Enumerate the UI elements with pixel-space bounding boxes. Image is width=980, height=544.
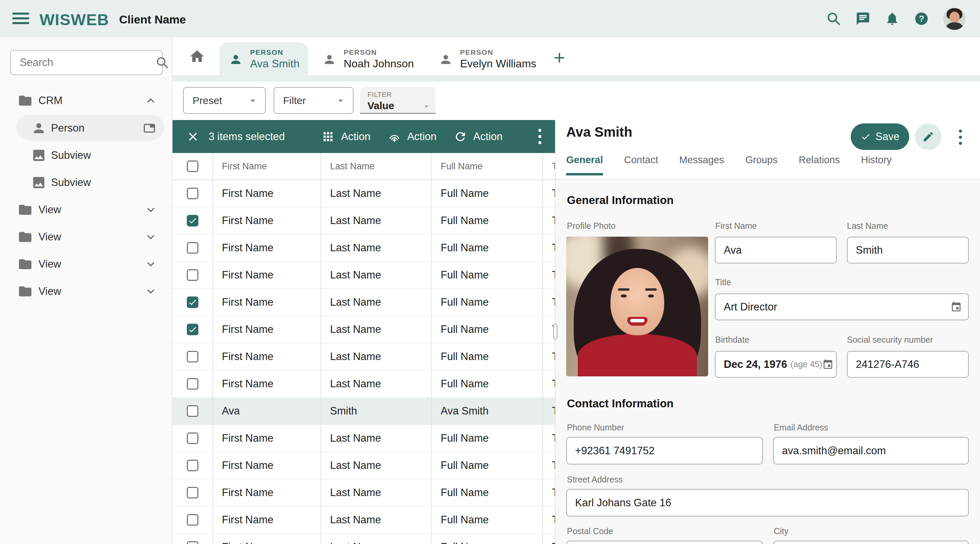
home-icon[interactable] (189, 48, 205, 65)
row-checkbox[interactable] (187, 514, 198, 526)
postal-code-field[interactable] (566, 541, 763, 544)
chat-icon[interactable] (856, 11, 870, 26)
table-cell[interactable]: T (543, 479, 555, 506)
table-cell[interactable]: First Name (213, 507, 321, 533)
search-icon[interactable] (826, 11, 841, 26)
table-cell[interactable]: First Name (213, 479, 321, 506)
table-row[interactable]: First NameLast NameFull NameT (172, 343, 555, 371)
more-options-icon[interactable] (537, 129, 542, 144)
table-cell[interactable]: Full Name (432, 371, 543, 397)
table-row[interactable]: First NameLast NameFull NameT (172, 371, 555, 398)
table-row[interactable]: First NameLast NameFull NameT (172, 507, 555, 534)
sidebar-item-view-4[interactable]: View (0, 278, 172, 305)
sidebar-item-subview-2[interactable]: Subview (0, 169, 172, 196)
table-cell[interactable]: T (543, 208, 555, 234)
user-avatar[interactable] (943, 8, 966, 30)
row-checkbox[interactable] (187, 297, 198, 308)
table-cell[interactable]: T (543, 235, 555, 261)
tab-relations[interactable]: Relations (799, 154, 840, 175)
table-cell[interactable]: Last Name (321, 262, 432, 288)
table-cell[interactable]: First Name (213, 180, 321, 207)
column-header-full-name[interactable]: Full Name (432, 153, 543, 179)
row-checkbox[interactable] (187, 487, 198, 498)
calendar-icon[interactable] (822, 359, 834, 370)
table-row[interactable]: First NameLast NameFull NameT (172, 425, 555, 452)
table-cell[interactable]: T (543, 452, 555, 479)
row-checkbox[interactable] (187, 242, 198, 254)
table-cell[interactable]: Last Name (321, 507, 432, 533)
panel-more-options-icon[interactable] (959, 130, 962, 145)
table-cell[interactable]: Full Name (432, 425, 543, 452)
table-cell[interactable]: First Name (213, 235, 321, 261)
sidebar-item-person[interactable]: Person (0, 114, 172, 142)
notifications-icon[interactable] (885, 11, 900, 26)
table-cell[interactable]: Last Name (321, 371, 432, 397)
table-cell[interactable]: First Name (213, 534, 321, 544)
table-cell[interactable]: Full Name (432, 180, 543, 207)
chevron-down-icon[interactable] (143, 257, 158, 271)
table-cell[interactable]: T (543, 425, 555, 452)
menu-icon[interactable] (12, 13, 29, 25)
row-checkbox[interactable] (187, 541, 198, 544)
chevron-down-icon[interactable] (143, 203, 158, 217)
table-cell[interactable]: Last Name (321, 452, 432, 479)
sidebar-item-subview-1[interactable]: Subview (0, 142, 172, 169)
row-checkbox[interactable] (187, 269, 198, 281)
table-row[interactable]: First NameLast NameFull NameT (172, 479, 555, 507)
open-view-icon[interactable] (142, 121, 156, 135)
table-cell[interactable]: Last Name (321, 180, 432, 207)
table-row[interactable]: First NameLast NameFull NameT (172, 316, 555, 343)
table-cell[interactable]: Smith (321, 398, 432, 424)
table-cell[interactable]: First Name (213, 452, 321, 479)
street-field[interactable]: Karl Johans Gate 16 (566, 489, 969, 517)
table-cell[interactable]: Ava (213, 398, 321, 424)
tab-noah-johnson[interactable]: PERSON Noah Johnson (313, 43, 418, 75)
row-checkbox[interactable] (187, 351, 198, 362)
email-field[interactable]: ava.smith@email.com (773, 437, 969, 465)
filter-select[interactable]: Filter (274, 87, 353, 114)
table-scrollbar-thumb[interactable] (553, 324, 557, 339)
select-all-checkbox[interactable] (187, 160, 198, 172)
row-checkbox[interactable] (187, 460, 198, 471)
row-checkbox[interactable] (187, 188, 198, 199)
table-cell[interactable]: First Name (213, 371, 321, 397)
table-row[interactable]: First NameLast NameFull NameT (172, 262, 555, 289)
table-cell[interactable]: First Name (213, 343, 321, 370)
table-cell[interactable]: T (543, 534, 555, 544)
table-row[interactable]: First NameLast NameFull NameT (172, 208, 555, 235)
table-row[interactable]: First NameLast NameFull NameT (172, 452, 555, 479)
save-button[interactable]: Save (851, 124, 909, 150)
column-header-truncated[interactable]: T (543, 153, 555, 179)
table-cell[interactable]: First Name (213, 425, 321, 452)
table-cell[interactable]: Last Name (321, 425, 432, 452)
add-tab-icon[interactable] (551, 50, 568, 66)
table-row[interactable]: First NameLast NameFull NameT (172, 289, 555, 316)
tab-messages[interactable]: Messages (679, 154, 724, 175)
column-header-last-name[interactable]: Last Name (321, 153, 432, 179)
search-input[interactable] (20, 56, 156, 69)
table-cell[interactable]: First Name (213, 289, 321, 316)
table-cell[interactable]: Last Name (321, 534, 432, 544)
table-row[interactable]: First NameLast NameFull NameT (172, 180, 555, 208)
table-cell[interactable]: Full Name (432, 262, 543, 288)
sidebar-item-view-3[interactable]: View (0, 251, 172, 278)
table-cell[interactable]: Full Name (432, 343, 543, 370)
preset-select[interactable]: Preset (183, 87, 266, 114)
table-cell[interactable]: Last Name (321, 289, 432, 316)
tab-general[interactable]: General (566, 154, 603, 175)
close-icon[interactable] (186, 130, 200, 143)
table-row[interactable]: AvaSmithAva SmithT (172, 398, 555, 425)
tab-evelyn-williams[interactable]: PERSON Evelyn Williams (430, 43, 542, 75)
row-checkbox[interactable] (187, 215, 198, 227)
title-field[interactable]: Art Director (715, 293, 969, 320)
row-checkbox[interactable] (187, 433, 198, 444)
table-row[interactable]: First NameLast NameFull NameT (172, 534, 555, 544)
row-checkbox[interactable] (187, 378, 198, 390)
table-cell[interactable]: T (543, 180, 555, 207)
birthdate-field[interactable]: Dec 24, 1976 (age 45) (715, 351, 837, 378)
sidebar-item-crm[interactable]: CRM (0, 87, 172, 114)
row-checkbox[interactable] (187, 324, 198, 335)
last-name-field[interactable]: Smith (847, 236, 969, 263)
table-cell[interactable]: Full Name (432, 316, 543, 343)
phone-field[interactable]: +92361 7491752 (566, 437, 763, 465)
